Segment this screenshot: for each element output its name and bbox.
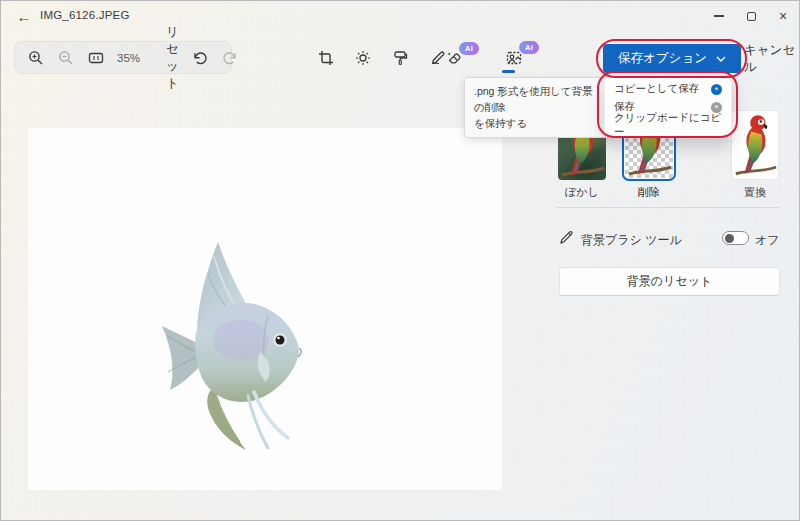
redo-icon[interactable]	[222, 49, 239, 66]
option-label-delete: 削除	[622, 185, 676, 200]
fit-to-window-icon[interactable]	[87, 49, 104, 66]
menu-item-label: コピーとして保存	[614, 82, 699, 96]
option-label-blur: ぼかし	[558, 185, 606, 200]
toggle-state-label: オフ	[755, 232, 780, 249]
menu-item-save-as-copy[interactable]: コピーとして保存 *	[605, 80, 731, 98]
zoom-toolbar: 35% リセット	[14, 41, 232, 74]
chevron-down-icon	[716, 56, 726, 62]
active-tool-indicator	[502, 70, 515, 73]
info-icon[interactable]: *	[711, 84, 722, 95]
cancel-button[interactable]: キャンセル	[744, 44, 798, 73]
maximize-icon	[747, 12, 756, 21]
image-canvas[interactable]	[28, 128, 502, 490]
adjust-brightness-icon[interactable]	[355, 50, 372, 67]
undo-icon[interactable]	[192, 49, 209, 66]
option-label-replace: 置換	[731, 185, 779, 200]
save-options-button[interactable]: 保存オプション	[603, 44, 741, 73]
reset-background-label: 背景のリセット	[627, 273, 712, 290]
ai-badge: AI	[459, 42, 479, 55]
brush-tool-toggle[interactable]	[722, 231, 749, 245]
maximize-button[interactable]	[736, 0, 766, 32]
minimize-icon	[714, 15, 724, 16]
zoom-in-icon[interactable]	[27, 49, 44, 66]
reset-zoom-button[interactable]: リセット	[166, 24, 179, 92]
save-options-menu: コピーとして保存 * 保存 * クリップボードにコピー	[604, 76, 732, 138]
angelfish-image	[156, 240, 312, 452]
zoom-level: 35%	[117, 52, 140, 64]
title-bar: ← IMG_6126.JPEG ×	[0, 0, 800, 32]
background-brush-tool-label: 背景ブラシ ツール	[581, 232, 682, 249]
crop-icon[interactable]	[318, 50, 335, 67]
save-options-label: 保存オプション	[618, 50, 707, 67]
toggle-knob	[725, 234, 734, 243]
minimize-button[interactable]	[704, 0, 734, 32]
photos-app-window: ← IMG_6126.JPEG × 35% リセット	[0, 0, 800, 521]
tooltip-line1: .png 形式を使用して背景の削除	[474, 85, 593, 113]
window-title: IMG_6126.JPEG	[40, 9, 130, 21]
menu-item-copy-to-clipboard[interactable]: クリップボードにコピー	[605, 116, 731, 134]
ai-badge: AI	[519, 41, 539, 54]
png-format-tooltip: .png 形式を使用して背景の削除 を保持する	[464, 77, 612, 138]
tooltip-line2: を保持する	[474, 117, 527, 129]
filter-icon[interactable]	[392, 50, 409, 67]
parrot-thumbnail	[732, 111, 778, 179]
panel-divider	[557, 207, 780, 208]
close-button[interactable]: ×	[768, 0, 798, 32]
zoom-out-icon[interactable]	[57, 49, 74, 66]
markup-pen-icon[interactable]	[430, 50, 447, 67]
close-icon: ×	[779, 8, 787, 24]
reset-background-button[interactable]: 背景のリセット	[559, 267, 780, 296]
menu-item-label: クリップボードにコピー	[614, 111, 722, 139]
back-icon[interactable]: ←	[12, 5, 36, 27]
brush-icon	[559, 230, 574, 245]
background-option-replace[interactable]	[731, 110, 779, 180]
